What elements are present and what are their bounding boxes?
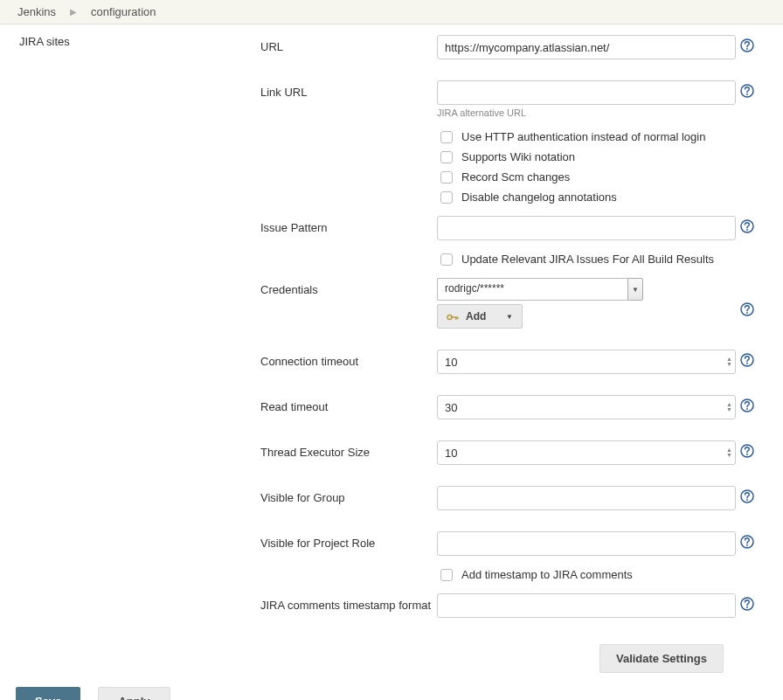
help-icon[interactable] (740, 597, 754, 611)
link-url-helper: JIRA alternative URL (437, 107, 736, 118)
visible-role-label: Visible for Project Role (260, 531, 437, 550)
checkbox-icon (440, 569, 453, 581)
scm-checkbox[interactable]: Record Scm changes (440, 167, 736, 187)
add-credentials-button[interactable]: Add ▼ (437, 304, 523, 329)
spinner-icon[interactable]: ▲▼ (726, 402, 732, 412)
dropdown-button[interactable]: ▼ (627, 278, 643, 301)
checkbox-icon (440, 191, 453, 204)
checkbox-icon (440, 253, 453, 266)
breadcrumb-current[interactable]: configuration (91, 5, 156, 18)
help-icon[interactable] (740, 38, 754, 52)
help-icon[interactable] (740, 535, 754, 549)
chevron-right-icon: ▶ (70, 7, 77, 17)
credentials-label: Credentials (260, 278, 437, 296)
breadcrumb: Jenkins ▶ configuration (0, 0, 783, 24)
wiki-label: Supports Wiki notation (461, 150, 575, 163)
update-issues-checkbox[interactable]: Update Relevant JIRA Issues For All Buil… (440, 249, 736, 269)
issue-pattern-label: Issue Pattern (260, 216, 437, 234)
section-title: JIRA sites (0, 35, 260, 673)
read-timeout-input[interactable] (437, 395, 736, 419)
breadcrumb-root[interactable]: Jenkins (17, 5, 56, 18)
thread-exec-input[interactable] (437, 440, 736, 465)
checkbox-icon (440, 131, 453, 143)
validate-settings-button[interactable]: Validate Settings (599, 644, 724, 673)
link-url-label: Link URL (260, 80, 437, 99)
ts-format-input[interactable] (437, 593, 736, 618)
visible-role-input[interactable] (437, 531, 736, 556)
help-icon[interactable] (740, 489, 754, 503)
spinner-icon[interactable]: ▲▼ (726, 447, 732, 458)
thread-exec-label: Thread Executor Size (260, 440, 437, 459)
http-auth-label: Use HTTP authentication instead of norma… (461, 130, 705, 143)
save-button[interactable]: Save (16, 687, 80, 700)
issue-pattern-input[interactable] (437, 216, 736, 240)
read-timeout-label: Read timeout (260, 395, 437, 413)
link-url-input[interactable] (437, 80, 736, 105)
conn-timeout-label: Connection timeout (260, 350, 437, 368)
caret-down-icon: ▼ (632, 286, 639, 294)
scm-label: Record Scm changes (461, 170, 570, 184)
wiki-checkbox[interactable]: Supports Wiki notation (440, 147, 736, 167)
checkbox-icon (440, 151, 453, 163)
disable-changelog-label: Disable changelog annotations (461, 191, 617, 204)
visible-group-input[interactable] (437, 486, 736, 510)
help-icon[interactable] (740, 219, 754, 233)
help-icon[interactable] (740, 302, 754, 316)
conn-timeout-input[interactable] (437, 350, 736, 374)
svg-point-2 (447, 315, 452, 320)
help-icon[interactable] (740, 444, 754, 458)
http-auth-checkbox[interactable]: Use HTTP authentication instead of norma… (440, 127, 736, 147)
checkbox-icon (440, 171, 453, 184)
add-timestamp-checkbox[interactable]: Add timestamp to JIRA comments (440, 565, 736, 585)
disable-changelog-checkbox[interactable]: Disable changelog annotations (440, 187, 736, 207)
apply-button[interactable]: Apply (98, 687, 170, 700)
add-label: Add (466, 310, 486, 322)
update-issues-label: Update Relevant JIRA Issues For All Buil… (461, 253, 714, 266)
key-icon (447, 312, 459, 321)
credentials-select[interactable]: rodrigc/****** (437, 278, 627, 301)
url-label: URL (260, 35, 437, 53)
visible-group-label: Visible for Group (260, 486, 437, 504)
help-icon[interactable] (740, 353, 754, 367)
add-timestamp-label: Add timestamp to JIRA comments (461, 568, 633, 581)
url-input[interactable] (437, 35, 736, 59)
help-icon[interactable] (740, 84, 754, 98)
ts-format-label: JIRA comments timestamp format (260, 593, 437, 612)
caret-down-icon: ▼ (506, 313, 513, 321)
help-icon[interactable] (740, 399, 754, 412)
spinner-icon[interactable]: ▲▼ (726, 357, 732, 367)
